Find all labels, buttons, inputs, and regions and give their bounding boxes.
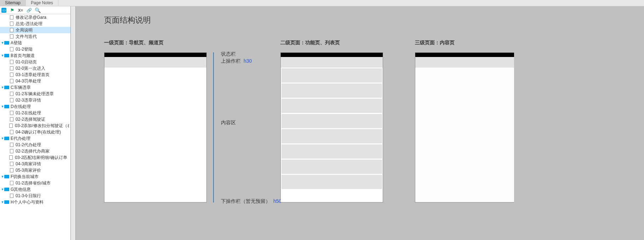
- wireframe-level-3: [415, 52, 514, 202]
- tree-page[interactable]: 01-2代办处理: [0, 142, 70, 148]
- link-icon[interactable]: 🔗: [26, 7, 32, 13]
- tree-twisty-icon[interactable]: ▼: [1, 135, 4, 142]
- folder-icon: [4, 136, 9, 141]
- tree-item-label: 01-2登陆: [16, 46, 33, 52]
- tree-item-label: 02-2选择驾驶证: [16, 116, 45, 122]
- tree-folder[interactable]: ▼G其他信息: [0, 186, 70, 193]
- tree-item-label: 02-2选择代办商家: [16, 148, 50, 154]
- tree-page[interactable]: 03-1违章处理首页: [0, 72, 70, 78]
- tree-item-label: 03-1违章处理首页: [16, 72, 50, 78]
- tree-item-label: 03-2匹配结果明细/确认订单（代办: [15, 154, 69, 161]
- wf-statusbar: [415, 53, 514, 57]
- tree-page[interactable]: 02-2选择代办商家: [0, 148, 70, 154]
- tree-twisty-icon[interactable]: ▼: [1, 40, 4, 46]
- tree-item-label: 04-3罚单处理: [16, 78, 41, 84]
- tree-twisty-icon[interactable]: ▼: [1, 52, 4, 59]
- tree-page[interactable]: 01-0启动页: [0, 59, 70, 65]
- wireframe-level-1: [104, 52, 207, 202]
- tree-folder[interactable]: ▼H个人中心与资料: [0, 199, 70, 205]
- tree-item-label: 05-3商家评价: [16, 167, 41, 173]
- page-icon: [9, 142, 14, 147]
- variables-icon[interactable]: X=: [18, 7, 23, 13]
- top-tabs: Sitemap Page Notes: [0, 0, 644, 6]
- tree-page[interactable]: 01-2选择省份/城市: [0, 180, 70, 186]
- tree-page[interactable]: 05-3商家评价: [0, 167, 70, 173]
- section-level-1: 一级页面：导航页、频道页 状态栏 上操作栏h30 内容区: [104, 40, 280, 202]
- tree-page[interactable]: 03-2添加/修改扣分驾驶证（在线处: [0, 122, 70, 129]
- tree-page[interactable]: 04-2确认订单(在线处理): [0, 129, 70, 135]
- page-icon: [9, 168, 14, 173]
- wf-content: [281, 68, 383, 202]
- wireframe-level-2: [280, 52, 383, 202]
- page-icon: [9, 130, 14, 135]
- tree-twisty-icon[interactable]: ▼: [1, 186, 4, 193]
- canvas: 页面结构说明 一级页面：导航页、频道页 状态栏 上操作栏h30: [76, 6, 644, 240]
- tree-page[interactable]: 01-2在线处理: [0, 110, 70, 116]
- wf-statusbar: [281, 53, 383, 57]
- section-title: 一级页面：导航页、频道页: [104, 40, 280, 46]
- sidebar-scrollbar[interactable]: [71, 6, 76, 240]
- tree-page[interactable]: 修改记录@Gara: [0, 14, 70, 21]
- flag-icon[interactable]: ⚑: [9, 7, 15, 13]
- tree-folder[interactable]: ▼F切换当前城市: [0, 173, 70, 180]
- tree-page[interactable]: 02-0第一次进入: [0, 65, 70, 72]
- tree-page[interactable]: 总览-违法处理: [0, 21, 70, 27]
- tab-page-notes[interactable]: Page Notes: [26, 0, 58, 6]
- tree-folder[interactable]: ▼A登陆: [0, 40, 70, 46]
- tree-item-label: 01-2在线处理: [16, 110, 41, 116]
- sidebar: ▭ ⚑ X= 🔗 🔍 修改记录@Gara总览-违法处理全局说明文件与迭代▼A登陆…: [0, 6, 71, 240]
- folder-icon: [4, 40, 9, 45]
- tree-page[interactable]: 01-3今日限行: [0, 193, 70, 199]
- tree-twisty-icon[interactable]: ▼: [1, 199, 4, 205]
- tree-item-label: B首页与频道: [11, 52, 35, 59]
- annot-topbar: 上操作栏h30: [221, 58, 252, 64]
- tree-folder[interactable]: ▼E代办处理: [0, 135, 70, 142]
- tree-folder[interactable]: ▼D在线处理: [0, 103, 70, 110]
- sitemap-tree[interactable]: 修改记录@Gara总览-违法处理全局说明文件与迭代▼A登陆01-2登陆▼B首页与…: [0, 14, 70, 240]
- folder-icon: [4, 187, 9, 192]
- tree-twisty-icon[interactable]: ▼: [1, 173, 4, 180]
- folder-icon: [4, 53, 9, 58]
- section-level-2: 二级页面：功能页、列表页: [280, 40, 383, 202]
- tree-folder[interactable]: ▼C车辆违章: [0, 84, 70, 91]
- section-title: 二级页面：功能页、列表页: [280, 40, 383, 46]
- tree-item-label: A登陆: [11, 40, 22, 46]
- list-item: [281, 160, 382, 174]
- page-icon: [9, 161, 14, 166]
- folder-icon: [4, 174, 9, 179]
- tree-item-label: D在线处理: [11, 103, 31, 110]
- tree-page[interactable]: 01-2登陆: [0, 46, 70, 52]
- tree-page[interactable]: 文件与迭代: [0, 33, 70, 40]
- tree-page[interactable]: 04-3商家详情: [0, 161, 70, 167]
- tree-page[interactable]: 01-2车辆未处理违章: [0, 91, 70, 97]
- list-item: [281, 68, 382, 82]
- page-icon: [9, 59, 14, 64]
- tree-item-label: 01-0启动页: [16, 59, 37, 65]
- tree-twisty-icon[interactable]: ▼: [1, 103, 4, 110]
- tree-page[interactable]: 全局说明: [0, 27, 70, 33]
- wf-topbar: [104, 57, 206, 68]
- page-icon: [8, 123, 13, 128]
- list-item: [281, 175, 382, 189]
- list-item: [281, 84, 382, 98]
- folder-icon: [4, 85, 9, 90]
- page-icon: [9, 181, 14, 185]
- new-page-icon[interactable]: ▭: [1, 8, 6, 13]
- page-icon: [9, 21, 14, 26]
- tree-item-label: C车辆违章: [11, 84, 31, 91]
- annotations: 状态栏 上操作栏h30 内容区 下操作栏（暂无预留）h50: [213, 52, 280, 202]
- tab-sitemap[interactable]: Sitemap: [0, 0, 26, 6]
- tree-twisty-icon[interactable]: ▼: [1, 84, 4, 91]
- annot-topbar-h: h30: [244, 58, 252, 64]
- tree-folder[interactable]: ▼B首页与频道: [0, 52, 70, 59]
- tree-page[interactable]: 02-3违章详情: [0, 97, 70, 103]
- tree-page[interactable]: 02-2选择驾驶证: [0, 116, 70, 122]
- tree-item-label: F切换当前城市: [11, 173, 39, 180]
- tree-page[interactable]: 04-3罚单处理: [0, 78, 70, 84]
- annot-content: 内容区: [221, 120, 236, 126]
- search-icon[interactable]: 🔍: [35, 7, 40, 13]
- sidebar-toolbar: ▭ ⚑ X= 🔗 🔍: [0, 6, 70, 14]
- page-icon: [9, 66, 14, 71]
- wf-topbar: [281, 57, 383, 68]
- tree-page[interactable]: 03-2匹配结果明细/确认订单（代办: [0, 154, 70, 161]
